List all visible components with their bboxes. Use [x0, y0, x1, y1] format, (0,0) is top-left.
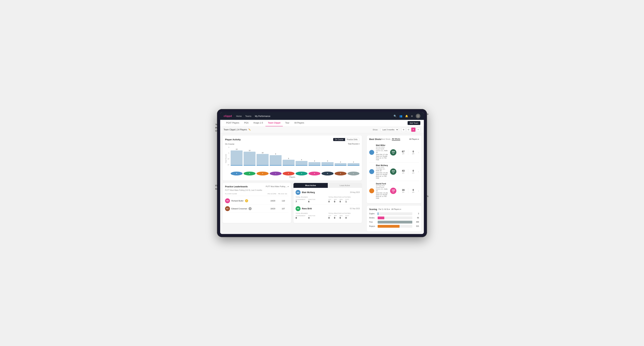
player-name-cell: RB Richard Butler 1 [225, 198, 268, 203]
edit-icon[interactable]: ✏️ [248, 128, 251, 131]
list-view-button[interactable]: ≡ [416, 128, 420, 132]
scoring-filter1-button[interactable]: Par 3, 4 & 5s ▾ [378, 208, 390, 210]
shots-tab-group: Best Shots All Shots [381, 138, 400, 141]
chart-filter-dropdown[interactable]: Total Rounds ▾ [348, 143, 360, 145]
tab-pgat-players[interactable]: PGAT Players [224, 120, 242, 126]
player-mini-avatar: M [322, 172, 334, 175]
shot-stat-remain: 0 yds [410, 169, 416, 174]
chevron-right-icon[interactable]: › [418, 170, 419, 173]
scoring-bars: Eagles 3 Birdies 96 Pars 499 Bogeys 315 [369, 212, 419, 228]
player-mini-avatar: G [296, 172, 308, 175]
bar-group: 12 [244, 150, 256, 166]
nav-link-my-performance[interactable]: My Performance [255, 115, 270, 117]
rounds-row: Tournament 7 Practice 6 [296, 199, 327, 203]
col-pb-avg-sg: PB AVG SG [278, 193, 288, 195]
heart-view-button[interactable]: ♥ [411, 128, 416, 132]
scoring-filter2-button[interactable]: All Players ▾ [391, 208, 401, 210]
score-table-header: PLAYER NAME PB SCORE PB AVG SG [225, 193, 288, 196]
active-player-avatar: RB [296, 206, 300, 211]
all-shots-tab[interactable]: All Shots [392, 138, 400, 141]
team-header-bar: Team Clippd | 14 Players ✏️ Show: Last 3… [220, 127, 424, 133]
best-shots-tab[interactable]: Best Shots [381, 138, 390, 141]
stat-divider2 [408, 150, 408, 155]
shot-stat-remain: 0 yds [410, 188, 416, 193]
most-active-player: BM Blair McHarg 26 Aug 2023 Total Rounds… [296, 190, 360, 203]
tournament-label: Tournament [296, 199, 306, 200]
practice-stat: Practice 4 [308, 215, 315, 219]
bar-fill[interactable] [296, 161, 308, 166]
y-axis-labels: 15 10 5 0 [225, 147, 230, 166]
stat-divider2 [408, 169, 408, 174]
bar-highlight [270, 165, 282, 166]
pb-avg-sg: 110 [278, 200, 288, 202]
most-active-tab[interactable]: Most Active [294, 183, 328, 188]
stat-unit2: yds [412, 153, 414, 155]
bar-highlight [322, 165, 334, 166]
tab-hcaps[interactable]: Hcaps 1-5 [251, 120, 266, 126]
stat-unit2: yds [412, 191, 414, 193]
chevron-right-icon[interactable]: › [418, 151, 419, 154]
practice-value: 6 [308, 200, 315, 203]
putt-label: PUTT [346, 215, 349, 216]
user-avatar[interactable]: U [416, 114, 420, 118]
grid-view-button[interactable]: ⊞ [402, 128, 406, 132]
bar-group: 10 [256, 152, 268, 166]
shot-stat-remain: 0 yds [410, 150, 416, 155]
player-name: Edward Crossman [231, 208, 247, 210]
users-icon[interactable]: 👥 [399, 115, 402, 117]
bar-fill[interactable] [256, 154, 268, 166]
gtt-label: GTT [328, 215, 331, 216]
tab-team-clippd[interactable]: Team Clippd [266, 120, 283, 126]
activities-row: GTT 0 APP 0 ARG 0 PUTT 1 [328, 199, 360, 203]
nav-link-teams[interactable]: Teams [245, 115, 251, 117]
shot-sg-badge: 200 SG [390, 169, 396, 175]
tab-tour[interactable]: Tour [283, 120, 292, 126]
player-score-row: RB Richard Butler 1 19/20 110 [225, 197, 288, 205]
bar-fill[interactable] [231, 151, 242, 166]
pb-avg-sg: 107 [278, 208, 288, 210]
bar-fill[interactable] [282, 160, 294, 166]
tab-all-players[interactable]: All Players [292, 120, 306, 126]
stat-divider2 [408, 188, 408, 193]
bar-fill[interactable] [244, 152, 256, 166]
rank-badge: 1 [245, 199, 248, 202]
stat-unit: yds [402, 153, 404, 155]
shot-stat-dist: 16 yds [400, 188, 406, 193]
all-players-dropdown[interactable]: All Players ▾ [409, 138, 419, 140]
shot-player-avatar [369, 150, 374, 155]
search-icon[interactable]: 🔍 [394, 115, 396, 117]
least-active-tab[interactable]: Least Active [328, 183, 362, 188]
scoring-bar-value: 315 [414, 225, 419, 227]
active-player-header: BM Blair McHarg 26 Aug 2023 [296, 190, 360, 195]
bar-fill[interactable] [348, 163, 360, 166]
player-mini-avatar: J [270, 172, 282, 175]
shot-player-info: Blair McHarg 23 Jul 2023 · Ashridge GC, … [376, 164, 388, 179]
players-label: Players [225, 176, 360, 178]
grid-small-button[interactable]: ⊟ [406, 128, 410, 132]
bar-fill[interactable] [308, 162, 320, 166]
add-team-button[interactable]: Add Team [408, 121, 420, 125]
bar-value: 12 [249, 150, 250, 151]
rank-badge: 2 [248, 207, 252, 210]
scoring-bar-item: Pars 499 [369, 221, 419, 223]
chevron-right-icon[interactable]: › [418, 189, 419, 192]
tab-pga[interactable]: PGA [242, 120, 251, 126]
tablet-screen: clippd Home Teams My Performance 🔍 👥 🔔 ⊕… [220, 112, 424, 234]
plus-icon[interactable]: ⊕ [411, 115, 413, 117]
bell-icon[interactable]: 🔔 [405, 115, 408, 117]
bar-value: 3 [327, 160, 328, 162]
bar-fill[interactable] [270, 155, 282, 166]
practice-filter-button[interactable]: PUTT Must Make Putting ... ▾ [266, 185, 288, 187]
col-pb-score: PB SCORE [268, 193, 278, 195]
nav-link-home[interactable]: Home [236, 115, 242, 117]
shot-player-name: Matt Miller [376, 144, 388, 146]
bar-highlight [348, 165, 360, 166]
practice-label: Practice [308, 215, 315, 216]
on-course-pill[interactable]: On Course [333, 138, 345, 141]
bar-fill[interactable] [334, 163, 346, 166]
stat-unit: yds [402, 191, 404, 193]
bar-fill[interactable] [322, 162, 334, 166]
practice-drills-pill[interactable]: Practice Drills [345, 138, 359, 141]
time-range-select[interactable]: Last 3 months Last 6 months Last year [380, 128, 399, 131]
scoring-bar-fill [378, 221, 412, 223]
